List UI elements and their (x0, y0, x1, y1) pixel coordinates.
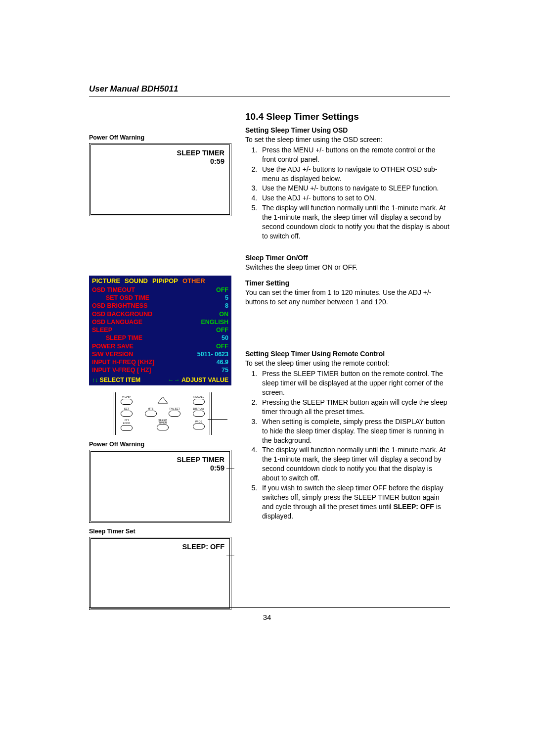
page-header: User Manual BDH5011 (89, 84, 450, 96)
content-columns: Power Off Warning SLEEP TIMER 0:59 PICTU… (89, 111, 450, 615)
figure-label-power-off-2: Power Off Warning (89, 441, 231, 448)
sleep-timer-label: SLEEP TIMER (177, 149, 224, 157)
osd-line-label: SLEEP (92, 326, 112, 334)
tv-illustration-2: SLEEP TIMER 0:59 (89, 450, 231, 523)
dpad-up-icon (155, 395, 170, 405)
osd-line: OSD BRIGHTNESS8 (92, 302, 228, 310)
osd-line-value: ON (219, 310, 228, 318)
osd-tab-pippop: PIP/POP (152, 277, 178, 285)
osd-line-label: INPUT V-FREQ [ HZ] (92, 366, 151, 374)
osd-line-value: OFF (216, 342, 228, 350)
sleep-timer-value: 0:59 (177, 464, 224, 472)
osd-footer-right: ADJUST VALUE (181, 377, 228, 383)
tv-illustration-1: SLEEP TIMER 0:59 (89, 143, 231, 216)
osd-line-value: OFF (216, 286, 228, 294)
remote-button (193, 411, 205, 417)
osd-line-label: OSD TIMEOUT (92, 286, 135, 294)
remote-label-display: DISPLAY (193, 407, 205, 410)
left-column: Power Off Warning SLEEP TIMER 0:59 PICTU… (89, 111, 231, 615)
remote-illustration: V-CHIP RECALL SET MTS FAV.SET DISPLAY CH… (114, 392, 212, 435)
leftright-arrows-icon: ←→ (168, 377, 180, 383)
subtitle-osd: Setting Sleep Timer Using OSD (245, 126, 450, 134)
osd-line: POWER SAVEOFF (92, 342, 228, 350)
osd-line-label: OSD BACKGROUND (92, 310, 152, 318)
remote-intro: To set the sleep timer using the remote … (245, 359, 450, 368)
svg-marker-0 (158, 397, 168, 403)
step-item: The display will function normally until… (259, 445, 450, 483)
osd-tab-picture: PICTURE (92, 277, 120, 285)
sleep-timer-label: SLEEP TIMER (177, 456, 224, 464)
remote-button (121, 399, 133, 405)
osd-menu: PICTURE SOUND PIP/POP OTHER OSD TIMEOUTO… (89, 276, 231, 385)
manual-page: User Manual BDH5011 Power Off Warning SL… (0, 0, 534, 756)
subtitle-onoff: Sleep Timer On/Off (245, 254, 450, 262)
remote-label-wide: WIDE (193, 420, 205, 423)
osd-line-label: OSD BRIGHTNESS (92, 302, 148, 310)
figure-label-power-off-1: Power Off Warning (89, 134, 231, 141)
tv-corner-text-1: SLEEP TIMER 0:59 (177, 149, 224, 165)
step-item: Use the ADJ +/- buttons to set to ON. (259, 193, 450, 203)
osd-line-value: 46.9 (217, 358, 228, 366)
osd-steps-list: Press the MENU +/- buttons on the remote… (245, 145, 450, 241)
osd-line-value: 50 (222, 334, 228, 342)
osd-line-value: 5 (225, 294, 228, 302)
osd-line: INPUT V-FREQ [ HZ]75 (92, 366, 228, 374)
osd-line-value: OFF (216, 326, 228, 334)
osd-line: OSD BACKGROUNDON (92, 310, 228, 318)
header-title: User Manual BDH5011 (89, 84, 178, 94)
osd-line: INPUT H-FREQ [KHZ]46.9 (92, 358, 228, 366)
remote-button (193, 424, 205, 429)
osd-line-value: 75 (222, 366, 228, 374)
remote-button-sleep (157, 425, 169, 430)
sleep-off-label: SLEEP: OFF (182, 543, 224, 551)
remote-label-mts: MTS (145, 407, 157, 410)
remote-button (121, 411, 133, 417)
osd-line-label: S/W VERSION (92, 350, 133, 358)
sleep-timer-value: 0:59 (177, 157, 224, 166)
step-item: The display will function normally until… (259, 203, 450, 241)
osd-body: OSD TIMEOUTOFFSET OSD TIME5OSD BRIGHTNES… (89, 286, 231, 376)
remote-label-favset: FAV.SET (169, 407, 180, 410)
step-item: Use the MENU +/- buttons to navigate to … (259, 184, 450, 193)
osd-line-label: SLEEP TIME (106, 334, 142, 342)
osd-line-label: SET OSD TIME (106, 294, 149, 302)
step-item: Press the SLEEP TIMER button on the remo… (259, 369, 450, 397)
footer-rule (89, 607, 450, 608)
step-item: Pressing the SLEEP TIMER button again wi… (259, 398, 450, 417)
subtitle-remote: Setting Sleep Timer Using Remote Control (245, 350, 450, 358)
osd-tab-sound: SOUND (125, 277, 148, 285)
osd-line-label: POWER SAVE (92, 342, 134, 350)
osd-line-value: 8 (225, 302, 228, 310)
leader-line (208, 419, 227, 420)
tv-corner-text-2: SLEEP TIMER 0:59 (177, 456, 224, 472)
remote-button (121, 425, 133, 431)
remote-label-chlock: CH LOCK (121, 419, 133, 425)
osd-line: SLEEPOFF (92, 326, 228, 334)
osd-tab-other: OTHER (182, 277, 205, 285)
tv-corner-text-3: SLEEP: OFF (182, 543, 224, 551)
page-number: 34 (0, 613, 534, 621)
osd-intro: To set the sleep timer using the OSD scr… (245, 135, 450, 144)
step-item: When setting is complete, simply press t… (259, 417, 450, 445)
sleep-off-bold: SLEEP: OFF (393, 503, 434, 511)
remote-button (145, 411, 157, 417)
osd-line: SLEEP TIME50 (92, 334, 228, 342)
updown-arrows-icon: ↑↓ (92, 377, 98, 383)
subtitle-timer-setting: Timer Setting (245, 279, 450, 287)
right-column: 10.4 Sleep Timer Settings Setting Sleep … (245, 111, 450, 615)
step-item: If you wish to switch the sleep timer OF… (259, 483, 450, 521)
remote-label-sleep: SLEEP TIMER (157, 419, 169, 424)
osd-line-label: OSD LANGUAGE (92, 318, 142, 326)
osd-line: SET OSD TIME5 (92, 294, 228, 302)
osd-line: S/W VERSION5011- 0623 (92, 350, 228, 358)
remote-button (169, 411, 180, 417)
osd-line: OSD LANGUAGEENGLISH (92, 318, 228, 326)
timer-setting-text: You can set the timer from 1 to 120 minu… (245, 288, 450, 307)
section-title: 10.4 Sleep Timer Settings (245, 111, 450, 122)
remote-steps-list: Press the SLEEP TIMER button on the remo… (245, 369, 450, 520)
leader-line (226, 556, 234, 556)
osd-footer: ↑↓SELECT ITEM ←→ADJUST VALUE (89, 376, 231, 385)
remote-label-vchip: V-CHIP (121, 395, 133, 398)
remote-label-set: SET (121, 407, 133, 410)
remote-label-recall: RECALL (193, 395, 205, 398)
